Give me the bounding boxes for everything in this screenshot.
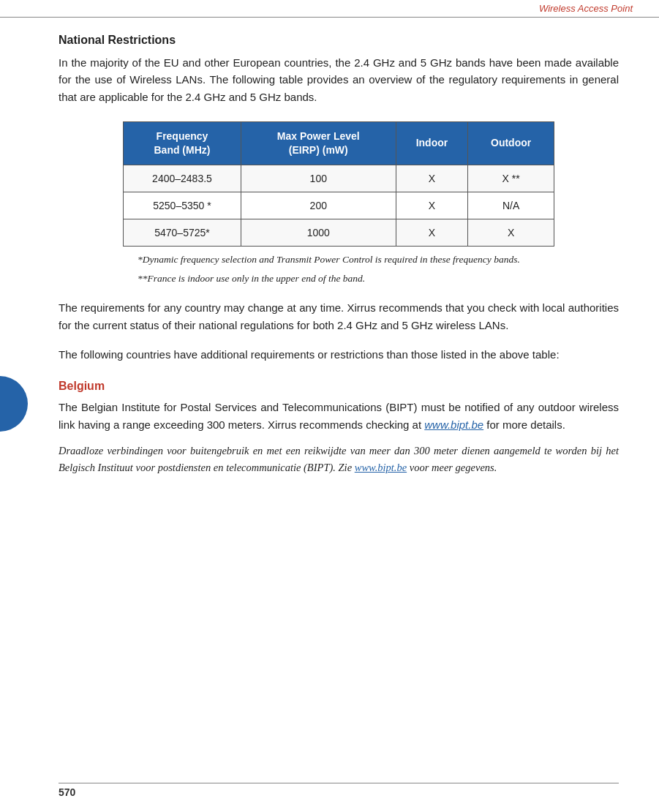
col-header-frequency: FrequencyBand (MHz) xyxy=(124,121,241,165)
table-cell-0-1: 100 xyxy=(241,165,396,192)
footer-divider xyxy=(59,783,619,783)
table-cell-1-1: 200 xyxy=(241,192,396,219)
belgium-paragraph-1: The Belgian Institute for Postal Service… xyxy=(59,399,619,434)
table-cell-2-3: X xyxy=(468,219,554,246)
document-title: Wireless Access Point xyxy=(539,3,633,14)
dutch-text-after: voor meer gegevens. xyxy=(407,462,497,473)
table-cell-2-0: 5470–5725* xyxy=(124,219,241,246)
table-cell-2-1: 1000 xyxy=(241,219,396,246)
belgium-heading: Belgium xyxy=(59,380,619,393)
section-title: National Restrictions xyxy=(59,34,619,47)
col-header-power: Max Power Level(EIRP) (mW) xyxy=(241,121,396,165)
frequency-table-wrapper: FrequencyBand (MHz) Max Power Level(EIRP… xyxy=(123,121,554,247)
table-cell-0-2: X xyxy=(396,165,468,192)
table-cell-0-0: 2400–2483.5 xyxy=(124,165,241,192)
table-cell-1-2: X xyxy=(396,192,468,219)
intro-paragraph: In the majority of the EU and other Euro… xyxy=(59,54,619,105)
table-row: 2400–2483.5100XX ** xyxy=(124,165,554,192)
table-cell-0-3: X ** xyxy=(468,165,554,192)
frequency-table: FrequencyBand (MHz) Max Power Level(EIRP… xyxy=(123,121,554,247)
table-cell-1-3: N/A xyxy=(468,192,554,219)
table-footnotes: *Dynamic frequency selection and Transmi… xyxy=(123,252,554,287)
dutch-text-before: Draadloze verbindingen voor buitengebrui… xyxy=(59,445,619,473)
footnote-france: **France is indoor use only in the upper… xyxy=(138,271,554,286)
table-row: 5250–5350 *200XN/A xyxy=(124,192,554,219)
col-header-outdoor: Outdoor xyxy=(468,121,554,165)
belgium-section: Belgium The Belgian Institute for Postal… xyxy=(59,380,619,476)
footnote-dynamic: *Dynamic frequency selection and Transmi… xyxy=(138,252,554,267)
belgium-text-after: for more details. xyxy=(483,418,565,431)
body-paragraph-1: The requirements for any country may cha… xyxy=(59,299,619,334)
page-footer: 570 xyxy=(0,783,659,799)
page-number: 570 xyxy=(59,786,75,798)
belgium-dutch-paragraph: Draadloze verbindingen voor buitengebrui… xyxy=(59,443,619,476)
col-header-indoor: Indoor xyxy=(396,121,468,165)
page-header: Wireless Access Point xyxy=(0,0,659,18)
table-cell-1-0: 5250–5350 * xyxy=(124,192,241,219)
page-content: National Restrictions In the majority of… xyxy=(0,18,659,501)
table-row: 5470–5725*1000XX xyxy=(124,219,554,246)
table-header-row: FrequencyBand (MHz) Max Power Level(EIRP… xyxy=(124,121,554,165)
bipt-link-2[interactable]: www.bipt.be xyxy=(355,462,407,473)
blue-circle-decoration xyxy=(0,376,28,432)
bipt-link-1[interactable]: www.bipt.be xyxy=(424,418,483,431)
body-paragraph-2: The following countries have additional … xyxy=(59,346,619,364)
table-cell-2-2: X xyxy=(396,219,468,246)
